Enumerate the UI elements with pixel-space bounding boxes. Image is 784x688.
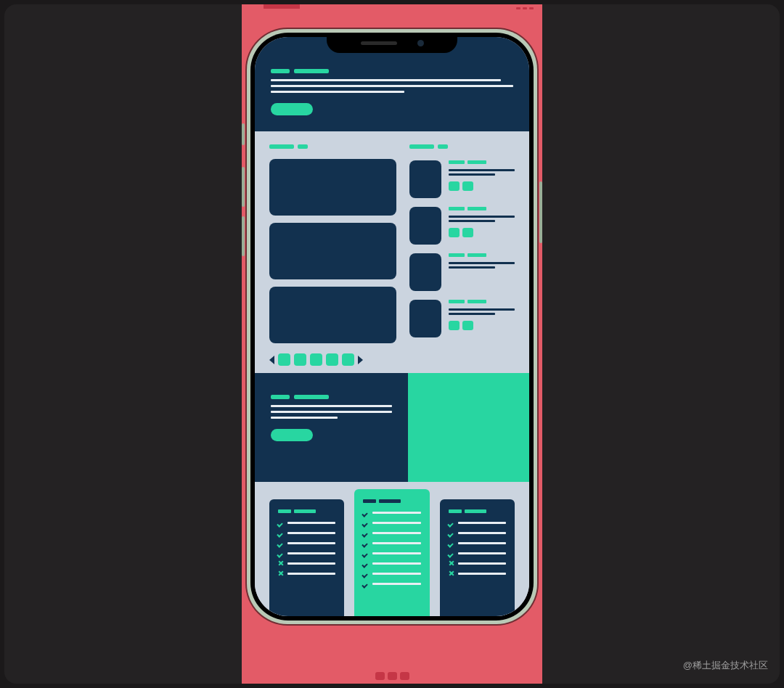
camera-icon xyxy=(417,40,424,46)
pricing-plan-featured[interactable] xyxy=(354,489,429,616)
power-button xyxy=(539,181,542,243)
page-footer xyxy=(242,672,542,684)
item-tags xyxy=(449,181,515,191)
browser-controls-icon xyxy=(516,7,534,9)
gallery-card[interactable] xyxy=(269,287,396,343)
gallery-pager xyxy=(269,353,396,366)
item-title xyxy=(449,253,515,257)
watermark-label: @稀土掘金技术社区 xyxy=(683,659,768,672)
list-item[interactable] xyxy=(409,253,515,291)
content-section xyxy=(255,131,529,373)
pricing-plan[interactable] xyxy=(440,499,515,616)
banner-image-panel xyxy=(408,373,529,482)
volume-up-button xyxy=(242,167,245,207)
browser-tab-icon xyxy=(264,4,300,9)
gallery-heading xyxy=(269,144,396,149)
list-item[interactable] xyxy=(409,207,515,245)
thumbnail xyxy=(409,160,441,198)
list-column xyxy=(409,144,515,366)
hero-text xyxy=(271,79,513,93)
split-banner xyxy=(255,373,529,482)
footer-social-icons xyxy=(375,672,409,680)
item-title xyxy=(449,300,515,303)
gallery-column xyxy=(269,144,396,366)
next-icon[interactable] xyxy=(358,356,363,364)
pricing-plan[interactable] xyxy=(269,499,344,616)
volume-down-button xyxy=(242,216,245,256)
phone-frame xyxy=(247,29,537,624)
item-title xyxy=(449,160,515,164)
banner-title xyxy=(271,395,392,399)
pager-dot[interactable] xyxy=(294,353,306,366)
editor-page: @稀土掘金技术社区 xyxy=(4,4,780,684)
speaker-icon xyxy=(361,41,397,45)
plan-title xyxy=(449,509,506,513)
phone-bezel xyxy=(250,33,534,621)
gallery-card[interactable] xyxy=(269,159,396,216)
phone-screen[interactable] xyxy=(255,37,529,616)
plan-title xyxy=(278,509,335,513)
item-text xyxy=(449,306,515,315)
banner-cta-button[interactable] xyxy=(271,429,313,441)
list-heading xyxy=(409,144,515,149)
banner-text xyxy=(271,405,392,419)
item-tags xyxy=(449,228,515,237)
item-text xyxy=(449,167,515,176)
hero-title xyxy=(271,69,513,73)
gallery-card[interactable] xyxy=(269,223,396,279)
banner-text-panel xyxy=(255,373,408,482)
device-canvas xyxy=(242,4,542,684)
prev-icon[interactable] xyxy=(269,356,274,364)
plan-title xyxy=(363,499,420,503)
list-item[interactable] xyxy=(409,300,515,337)
pager-dot[interactable] xyxy=(310,353,322,366)
pager-dot[interactable] xyxy=(326,353,338,366)
hero-cta-button[interactable] xyxy=(271,103,313,115)
item-title xyxy=(449,207,515,210)
mute-switch-icon xyxy=(242,123,245,145)
phone-notch xyxy=(327,33,457,53)
pager-dot[interactable] xyxy=(278,353,290,366)
pricing-section xyxy=(255,482,529,616)
pager-dot[interactable] xyxy=(342,353,354,366)
item-tags xyxy=(449,321,515,330)
item-text xyxy=(449,213,515,222)
thumbnail xyxy=(409,207,441,245)
list-item[interactable] xyxy=(409,160,515,198)
thumbnail xyxy=(409,253,441,291)
item-text xyxy=(449,260,515,269)
thumbnail xyxy=(409,300,441,337)
